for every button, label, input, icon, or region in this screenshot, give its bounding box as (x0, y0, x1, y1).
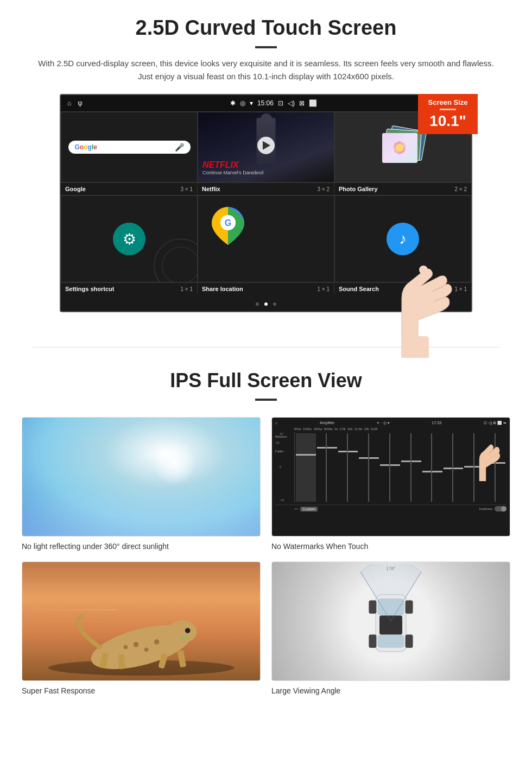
app-grid-row2: ⚙ G (61, 195, 471, 282)
settings-app-cell[interactable]: ⚙ (61, 195, 198, 282)
netflix-label: NETFLIX Continue Marvel's Daredevil (202, 160, 263, 175)
photo-app-size: 2 × 2 (454, 186, 467, 192)
svg-text:178°: 178° (386, 566, 395, 571)
pagination-dots (61, 295, 471, 311)
section1-title: 2.5D Curved Touch Screen (33, 16, 499, 40)
netflix-app-name: Netflix (202, 186, 220, 192)
google-search-bar[interactable]: Google 🎤 (68, 141, 191, 154)
svg-text:G: G (225, 218, 231, 228)
svg-point-10 (168, 620, 197, 643)
custom-btn[interactable]: Custom (300, 507, 318, 512)
svg-rect-21 (378, 598, 404, 616)
sound-label: Sound Search 1 × 1 (334, 283, 471, 295)
eq-sliders (295, 432, 506, 503)
google-label: Google 3 × 1 (61, 183, 198, 195)
svg-point-4 (396, 144, 403, 152)
amp-main: Balance ◁) Fader 100-10 (275, 432, 506, 503)
home-icon: ⌂ (67, 99, 71, 107)
google-app-name: Google (65, 186, 86, 192)
feature-viewing-caption: Large Viewing Angle (271, 686, 510, 695)
car-top-view-svg: 178° (350, 564, 432, 678)
section2-title-underline (255, 399, 277, 401)
feature-watermark-image: ⌂ Amplifier ≡ ·· ◎ ▾ 17:33 ⊡ ◁) ⊠ ⬜ ⬅ 60… (271, 417, 510, 537)
device-wrapper: Screen Size 10.1" ⌂ ψ ✱ ◎ ▾ 15:06 ⊡ ◁) ⊠ (60, 94, 472, 314)
amp-title: Amplifier (320, 421, 334, 425)
play-button[interactable] (257, 137, 275, 154)
app-label-row1: Google 3 × 1 Netflix 3 × 2 Photo Gallery… (61, 182, 471, 195)
maps-icon: G (212, 207, 244, 245)
amp-balance-label: Balance (275, 435, 294, 438)
svg-point-19 (185, 628, 191, 633)
netflix-subtitle: Continue Marvel's Daredevil (202, 170, 263, 175)
section2-title: IPS Full Screen View (22, 369, 510, 392)
svg-point-12 (144, 648, 149, 652)
settings-app-size: 1 × 1 (180, 286, 193, 292)
svg-point-11 (134, 642, 139, 647)
sky-background (22, 418, 260, 536)
status-bar: ⌂ ψ ✱ ◎ ▾ 15:06 ⊡ ◁) ⊠ ⬜ (61, 95, 471, 111)
settings-app-name: Settings shortcut (65, 286, 114, 292)
settings-icon: ⚙ (113, 223, 145, 255)
loudness-label: loudness (479, 507, 492, 510)
svg-rect-16 (118, 654, 125, 670)
badge-label: Screen Size (426, 98, 470, 106)
screen-size-badge: Screen Size 10.1" (418, 94, 478, 134)
netflix-app-size: 3 × 2 (317, 186, 330, 192)
share-location-cell[interactable]: G (198, 195, 334, 282)
section-divider (33, 347, 499, 348)
feature-sunlight: No light reflecting under 360° direct su… (22, 417, 261, 551)
netflix-app-cell[interactable]: NETFLIX Continue Marvel's Daredevil (198, 112, 334, 182)
sound-app-size: 1 × 1 (454, 286, 467, 292)
usb-icon: ψ (78, 99, 83, 107)
feature-response: Super Fast Response (22, 562, 261, 695)
settings-label: Settings shortcut 1 × 1 (61, 283, 198, 295)
x-box-icon: ⊠ (299, 99, 305, 107)
feature-viewing-image: 178° (271, 562, 510, 681)
badge-size: 10.1" (426, 112, 470, 130)
feature-viewing: 178° Large Viewing Angle (271, 562, 510, 695)
svg-rect-22 (378, 635, 404, 648)
share-label: Share location 1 × 1 (198, 283, 334, 295)
amp-right-icons: ⊡ ◁) ⊠ ⬜ ⬅ (484, 421, 506, 425)
svg-rect-25 (406, 601, 413, 614)
amp-freq-labels: 60hz100hz200hz500hz1k2.5k10k12.5k15kSUB (275, 427, 506, 431)
volume-icon: ◁) (288, 99, 295, 107)
sound-search-cell[interactable]: ♪ (334, 195, 471, 282)
sun-flare (153, 441, 197, 485)
status-time: 15:06 (257, 99, 274, 107)
feature-watermark-caption: No Watermarks When Touch (271, 542, 510, 551)
amp-fader-label: Fader (275, 450, 294, 453)
netflix-logo-text: NETFLIX (202, 160, 263, 170)
amp-labels-col: Balance ◁) Fader (275, 432, 294, 503)
share-app-name: Share location (202, 286, 243, 292)
photo-app-name: Photo Gallery (339, 186, 378, 192)
feature-response-image (22, 562, 261, 681)
feature-grid: No light reflecting under 360° direct su… (22, 417, 510, 695)
amp-bottom-bar: << Custom loudness (275, 504, 506, 512)
svg-rect-24 (369, 601, 376, 614)
section1-description: With 2.5D curved-display screen, this de… (33, 57, 499, 83)
svg-rect-27 (406, 635, 413, 648)
section-ips-screen-view: IPS Full Screen View No light reflecting… (0, 369, 532, 711)
app-grid-row1: Google 🎤 (61, 111, 471, 182)
amp-time: 17:33 (432, 421, 442, 425)
netflix-label-bar: Netflix 3 × 2 (198, 183, 334, 195)
photo-gallery-label: Photo Gallery 2 × 2 (334, 183, 471, 195)
music-note-icon: ♪ (399, 230, 407, 248)
amp-icons: ≡ ·· ◎ ▾ (377, 421, 390, 425)
dot-3 (273, 302, 276, 306)
google-logo: Google (75, 143, 97, 151)
google-app-cell[interactable]: Google 🎤 (61, 112, 198, 182)
amp-status-bar: ⌂ Amplifier ≡ ·· ◎ ▾ 17:33 ⊡ ◁) ⊠ ⬜ ⬅ (275, 421, 506, 425)
status-bar-left: ⌂ ψ (67, 99, 83, 107)
share-app-size: 1 × 1 (317, 286, 330, 292)
dot-1 (256, 302, 259, 306)
window-icon: ⬜ (309, 99, 317, 107)
svg-point-13 (124, 645, 128, 649)
feature-watermark: ⌂ Amplifier ≡ ·· ◎ ▾ 17:33 ⊡ ◁) ⊠ ⬜ ⬅ 60… (271, 417, 510, 551)
google-mic-icon[interactable]: 🎤 (175, 143, 184, 152)
android-screen: ⌂ ψ ✱ ◎ ▾ 15:06 ⊡ ◁) ⊠ ⬜ (60, 94, 472, 312)
feature-sunlight-image (22, 417, 261, 537)
amplifier-screen: ⌂ Amplifier ≡ ·· ◎ ▾ 17:33 ⊡ ◁) ⊠ ⬜ ⬅ 60… (272, 418, 510, 536)
sound-app-name: Sound Search (339, 286, 379, 292)
